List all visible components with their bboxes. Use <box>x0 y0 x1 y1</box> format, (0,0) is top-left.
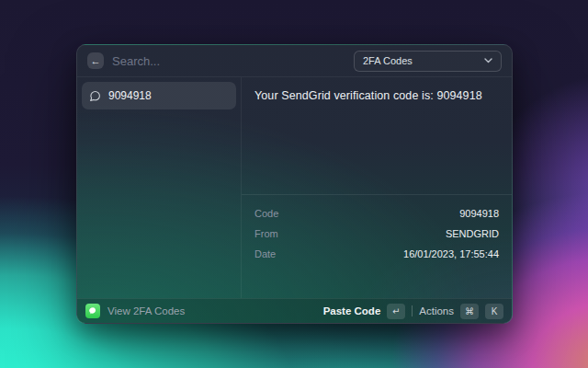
paste-code-button[interactable]: Paste Code <box>323 305 381 316</box>
detail-panel: Your SendGrid verification code is: 9094… <box>242 77 512 298</box>
results-list: 9094918 <box>77 77 242 298</box>
app-window: ← 2FA Codes 9094918 Your SendGrid verifi… <box>76 44 513 324</box>
list-item-label: 9094918 <box>108 89 152 102</box>
message-preview: Your SendGrid verification code is: 9094… <box>242 77 512 194</box>
footer-actions: Paste Code ↵ Actions ⌘ K <box>323 304 503 319</box>
command-dropdown[interactable]: 2FA Codes <box>354 51 502 72</box>
meta-label: From <box>254 228 278 239</box>
footer-app-label: View 2FA Codes <box>107 305 185 316</box>
back-button[interactable]: ← <box>87 52 104 69</box>
meta-row-from: From SENDGRID <box>254 224 499 244</box>
chevron-down-icon <box>484 58 492 63</box>
messages-app-icon <box>85 304 100 318</box>
meta-value: SENDGRID <box>446 228 499 239</box>
list-item-code[interactable]: 9094918 <box>82 82 236 109</box>
footer-divider <box>412 305 413 316</box>
speech-bubble-icon <box>89 90 101 102</box>
dropdown-selected-value: 2FA Codes <box>363 55 413 66</box>
content-area: 9094918 Your SendGrid verification code … <box>77 77 512 298</box>
command-key-badge[interactable]: ⌘ <box>460 304 479 319</box>
metadata-section: Code 9094918 From SENDGRID Date 16/01/20… <box>242 194 512 272</box>
footer-bar: View 2FA Codes Paste Code ↵ Actions ⌘ K <box>77 298 512 323</box>
meta-value: 16/01/2023, 17:55:44 <box>403 248 499 259</box>
meta-label: Date <box>254 248 276 259</box>
actions-button[interactable]: Actions <box>419 305 454 316</box>
search-input[interactable] <box>112 54 345 68</box>
k-key-badge[interactable]: K <box>485 304 503 319</box>
meta-value: 9094918 <box>459 208 499 219</box>
meta-row-code: Code 9094918 <box>254 203 499 224</box>
meta-label: Code <box>254 208 278 219</box>
return-key-badge[interactable]: ↵ <box>387 304 405 319</box>
meta-row-date: Date 16/01/2023, 17:55:44 <box>254 244 499 264</box>
header-bar: ← 2FA Codes <box>77 45 512 77</box>
